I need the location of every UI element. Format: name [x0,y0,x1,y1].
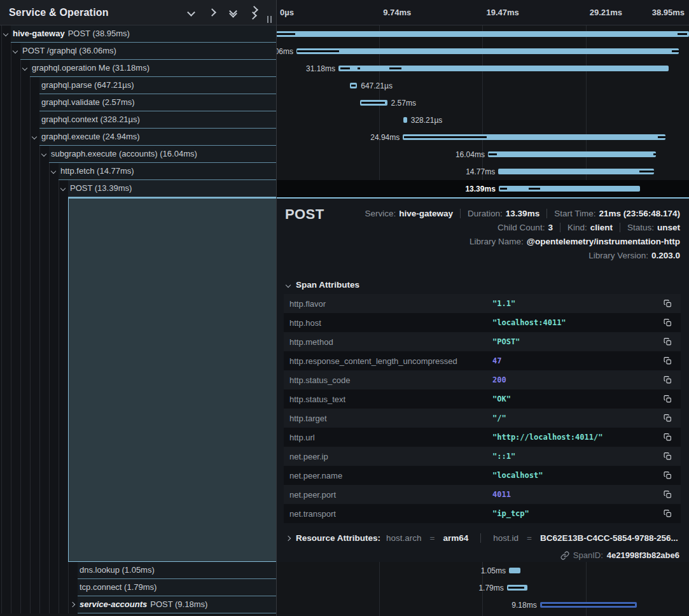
span-row[interactable]: graphql.execute (24.94ms)24.94ms [0,129,689,146]
indent-guide [68,596,69,613]
span-row[interactable]: service-accountsPOST (9.18ms)9.18ms [0,596,689,613]
span-row[interactable]: http.fetch (14.77ms)14.77ms [0,163,689,180]
attr-key: http.target [289,414,327,423]
span-name-cell[interactable]: graphql.validate (2.57ms) [0,94,276,111]
span-timeline-cell[interactable]: 1.05ms [276,562,689,579]
span-name-cell[interactable]: tcp.connect (1.79ms) [0,579,276,596]
indent-guide [1,43,2,60]
copy-icon[interactable] [664,414,672,423]
span-bar[interactable] [276,31,689,37]
span-name-cell[interactable]: graphql.execute (24.94ms) [0,129,276,146]
span-bar[interactable] [509,568,520,573]
indent-guide [49,596,50,613]
chevron-right-icon[interactable] [70,602,75,607]
indent-guide [1,111,2,129]
span-name-cell[interactable]: hive-gatewayPOST (38.95ms) [0,25,276,43]
attr-row: http.flavor"1.1" [284,294,681,313]
span-timeline-cell[interactable]: 13.39ms [276,180,689,197]
child-time-mark [297,50,339,52]
overview-item: Duration:13.39ms [468,209,539,218]
indent-guide [1,77,2,94]
duration-label: 24.94ms [370,133,400,142]
copy-icon[interactable] [664,395,672,403]
span-row[interactable]: graphql.parse (647.21µs)647.21µs [0,77,689,94]
chevron-down-icon[interactable] [22,66,27,71]
span-timeline-cell[interactable]: 38.95ms [276,25,689,43]
span-name-cell[interactable]: graphql.operation Me (31.18ms) [0,60,276,77]
panel-divider[interactable] [276,0,277,616]
expand-one-icon[interactable] [209,10,215,15]
span-detail-panel: POST Service:hive-gatewayDuration:13.39m… [276,197,689,562]
indent-guide [30,146,31,163]
column-resize-handle[interactable] [267,16,272,23]
span-bar[interactable] [296,48,679,54]
span-timeline-cell[interactable]: 9.18ms [276,596,689,613]
copy-icon[interactable] [664,471,672,480]
link-icon[interactable] [560,551,569,560]
indent-guide [11,43,11,60]
span-name-cell[interactable]: subgraph.execute (accounts) (16.04ms) [0,146,276,163]
span-timeline-cell[interactable]: 31.18ms [276,60,689,77]
span-row[interactable]: dns.lookup (1.05ms)1.05ms [0,562,689,579]
chevron-down-icon[interactable] [32,134,37,139]
copy-icon[interactable] [664,356,672,365]
span-timeline-cell[interactable]: 24.94ms [276,129,689,146]
copy-icon[interactable] [664,337,672,346]
copy-icon[interactable] [664,375,672,384]
span-name-cell[interactable]: http.fetch (14.77ms) [0,163,276,180]
span-timeline-cell[interactable]: 2.57ms [276,94,689,111]
span-timeline-cell[interactable]: 14.77ms [276,163,689,180]
indent-guide [20,146,21,163]
collapse-one-icon[interactable] [188,10,194,15]
chevron-down-icon[interactable] [51,169,56,174]
indent-guide [30,94,31,111]
span-timeline-cell[interactable]: 328.21µs [276,111,689,129]
span-bar[interactable] [403,117,407,123]
span-timeline-cell[interactable]: 16.04ms [276,146,689,163]
copy-icon[interactable] [664,433,672,442]
span-timeline-cell[interactable]: 647.21µs [276,77,689,94]
span-bar[interactable] [338,66,669,71]
span-name-cell[interactable]: service-accountsPOST (9.18ms) [0,596,276,613]
chevron-down-icon[interactable] [3,31,8,36]
span-name-cell[interactable]: graphql.parse (647.21µs) [0,77,276,94]
copy-icon[interactable] [664,490,672,499]
child-time-mark [351,85,355,87]
span-name-cell[interactable]: dns.lookup (1.05ms) [0,562,276,579]
copy-icon[interactable] [664,299,672,308]
child-time-mark [500,188,507,190]
span-row[interactable]: POST (13.39ms)13.39ms [0,180,689,197]
resource-attributes-row[interactable]: Resource Attributes: host.arch=arm64host… [286,533,678,543]
span-attributes-header[interactable]: Span Attributes [286,280,359,290]
span-timeline-cell[interactable]: 1.79ms [276,579,689,596]
span-name-cell[interactable]: graphql.context (328.21µs) [0,111,276,129]
indent-guide [49,197,50,562]
span-bar[interactable] [498,169,654,174]
span-row[interactable]: subgraph.execute (accounts) (16.04ms)16.… [0,146,689,163]
span-row[interactable]: graphql.validate (2.57ms)2.57ms [0,94,689,111]
attr-value: "localhost:4011" [492,318,566,327]
expand-all-icon[interactable] [251,7,257,18]
span-name-cell[interactable]: POST (13.39ms) [0,180,276,197]
span-row[interactable]: graphql.context (328.21µs)328.21µs [0,111,689,129]
span-bar[interactable] [499,186,640,192]
copy-icon[interactable] [664,318,672,327]
copy-icon[interactable] [664,452,672,461]
selected-span-detail-backdrop [68,197,276,562]
indent-guide [1,60,2,77]
span-row[interactable]: graphql.operation Me (31.18ms)31.18ms [0,60,689,77]
span-name-cell[interactable]: POST /graphql (36.06ms) [0,43,276,60]
copy-icon[interactable] [664,509,672,518]
chevron-down-icon[interactable] [13,48,18,53]
child-time-mark [639,171,654,172]
span-row[interactable]: POST /graphql (36.06ms)36.06ms [0,43,689,60]
span-row[interactable]: tcp.connect (1.79ms)1.79ms [0,579,689,596]
span-timeline-cell[interactable]: 36.06ms [276,43,689,60]
child-time-mark [340,67,351,69]
chevron-down-icon[interactable] [60,186,66,191]
collapse-all-icon[interactable] [230,8,236,17]
indent-guide [11,77,11,94]
chevron-down-icon[interactable] [41,151,46,157]
span-bar[interactable] [488,151,656,157]
span-row[interactable]: hive-gatewayPOST (38.95ms)38.95ms [0,25,689,43]
